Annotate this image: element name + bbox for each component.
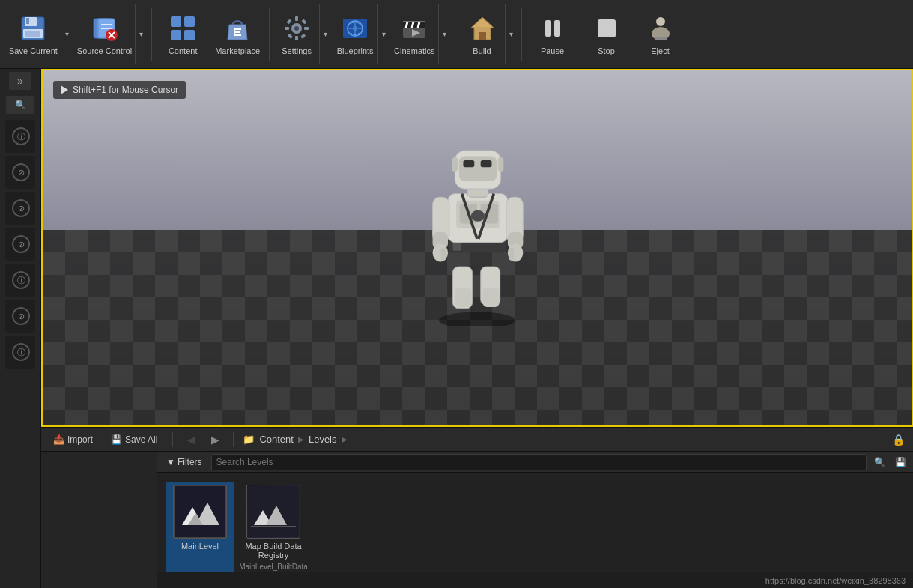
source-control-button[interactable]: Source Control [74, 4, 135, 64]
stop-icon [592, 13, 622, 43]
source-control-label: Source Control [77, 46, 132, 55]
blueprints-svg [341, 14, 369, 43]
content-label: Content [169, 46, 198, 55]
svg-rect-81 [175, 486, 225, 537]
nav-forward-button[interactable]: ▶ [206, 431, 224, 449]
content-icon [168, 13, 198, 43]
settings-panel-button[interactable]: 🔒 [889, 431, 907, 449]
svg-rect-73 [463, 160, 474, 167]
hint-text: Shift+F1 for Mouse Cursor [73, 85, 178, 95]
stop-button[interactable]: Stop [580, 4, 633, 64]
mainlevel-thumbnail [173, 485, 227, 539]
svg-rect-48 [598, 19, 616, 37]
content-button[interactable]: Content [157, 4, 209, 64]
sidebar-tab-3[interactable]: ⊘ [5, 192, 35, 225]
sidebar-search-button[interactable]: 🔍 [6, 96, 34, 114]
pause-svg [539, 14, 567, 43]
viewport[interactable]: Shift+F1 for Mouse Cursor [41, 69, 913, 427]
file-item-mapbuilddata[interactable]: Map Build Data Registry MainLevel_BuiltD… [240, 482, 307, 572]
svg-rect-27 [287, 19, 292, 24]
build-button[interactable]: Build [460, 4, 505, 64]
search-icon-button[interactable]: 🔍 [871, 454, 888, 470]
svg-rect-26 [304, 27, 309, 30]
import-icon: 📥 [53, 434, 64, 445]
status-bar: https://blog.csdn.net/weixin_38298363 [157, 572, 913, 588]
file-item-mainlevel[interactable]: MainLevel [166, 482, 234, 572]
svg-rect-15 [171, 30, 181, 40]
cinematics-group: Cinematics ▾ [391, 4, 449, 64]
sidebar-tab-4-icon: ⊘ [12, 235, 30, 253]
mapdata-label: Map Build Data Registry [243, 542, 303, 560]
svg-rect-13 [171, 16, 181, 27]
svg-line-40 [418, 22, 419, 28]
mainlevel-label: MainLevel [181, 542, 219, 551]
blueprints-icon [340, 13, 370, 43]
pause-label: Pause [541, 46, 564, 55]
bottom-content: ▼ Filters 🔍 💾 [41, 452, 913, 588]
search-input[interactable] [211, 454, 867, 470]
main-content-area: ▼ Filters 🔍 💾 [157, 452, 913, 588]
cinematics-label: Cinematics [394, 46, 434, 55]
settings-svg [282, 14, 311, 43]
pause-button[interactable]: Pause [527, 4, 579, 64]
mapdata-thumbnail [246, 485, 300, 539]
save-current-group: Save Current ▾ [6, 4, 73, 64]
nav-back-button[interactable]: ◀ [182, 431, 200, 449]
cinematics-button[interactable]: Cinematics [391, 4, 437, 64]
import-label: Import [67, 434, 93, 445]
expand-sidebar-button[interactable]: » [9, 72, 31, 90]
source-control-arrow[interactable]: ▾ [135, 4, 147, 64]
blueprints-button[interactable]: Blueprints [333, 4, 377, 64]
save-all-button[interactable]: 💾 Save All [105, 432, 163, 447]
svg-rect-28 [302, 19, 307, 24]
content-svg [169, 14, 197, 43]
svg-point-49 [656, 17, 665, 26]
eject-svg [646, 14, 675, 43]
eject-label: Eject [651, 46, 669, 55]
svg-line-39 [412, 22, 413, 28]
eject-button[interactable]: Eject [634, 4, 687, 64]
breadcrumb-content[interactable]: Content [259, 434, 294, 445]
content-area: Shift+F1 for Mouse Cursor 📥 Import 💾 Sav… [41, 69, 913, 588]
main-area: » 🔍 ⓘ ⊘ ⊘ ⊘ ⓘ ⊘ ⓘ [0, 69, 913, 588]
sidebar-tab-6-icon: ⊘ [12, 307, 30, 325]
settings-arrow[interactable]: ▾ [319, 4, 331, 64]
source-control-icon [90, 13, 120, 43]
sidebar-tab-7[interactable]: ⓘ [5, 336, 35, 369]
build-arrow[interactable]: ▾ [505, 4, 517, 64]
save-current-arrow[interactable]: ▾ [61, 4, 73, 64]
bottom-divider [172, 432, 173, 447]
svg-rect-78 [509, 248, 515, 261]
svg-rect-2 [26, 18, 29, 24]
save-search-button[interactable]: 💾 [892, 454, 909, 470]
robot-character [410, 131, 545, 326]
marketplace-button[interactable]: Marketplace [210, 4, 264, 64]
sidebar-tab-2[interactable]: ⊘ [5, 156, 35, 189]
svg-point-35 [353, 26, 357, 31]
blueprints-arrow[interactable]: ▾ [377, 4, 389, 64]
svg-rect-14 [184, 16, 195, 27]
filters-label: Filters [178, 457, 202, 467]
save-svg-icon [19, 14, 47, 43]
cinematics-icon [399, 13, 429, 43]
cinematics-svg [400, 14, 428, 43]
left-tree-panel [41, 452, 157, 588]
files-area: MainLevel [157, 473, 913, 572]
save-current-button[interactable]: Save Current [6, 4, 61, 64]
status-url: https://blog.csdn.net/weixin_38298363 [765, 576, 906, 585]
svg-rect-23 [295, 16, 298, 21]
svg-rect-46 [545, 20, 551, 37]
filters-button[interactable]: ▼ Filters [162, 455, 207, 469]
sidebar-tab-1[interactable]: ⓘ [5, 120, 35, 153]
cinematics-arrow[interactable]: ▾ [438, 4, 450, 64]
settings-button[interactable]: Settings [274, 4, 319, 64]
sidebar-tab-4[interactable]: ⊘ [5, 228, 35, 261]
sidebar-tab-5[interactable]: ⓘ [5, 264, 35, 297]
bottom-divider-2 [233, 432, 234, 447]
import-button[interactable]: 📥 Import [47, 432, 99, 447]
svg-point-65 [471, 210, 485, 222]
breadcrumb-levels[interactable]: Levels [309, 434, 337, 445]
sidebar-tab-6[interactable]: ⊘ [5, 300, 35, 333]
sidebar-tab-1-icon: ⓘ [12, 127, 30, 145]
breadcrumb-sep-2: ▶ [342, 435, 348, 443]
